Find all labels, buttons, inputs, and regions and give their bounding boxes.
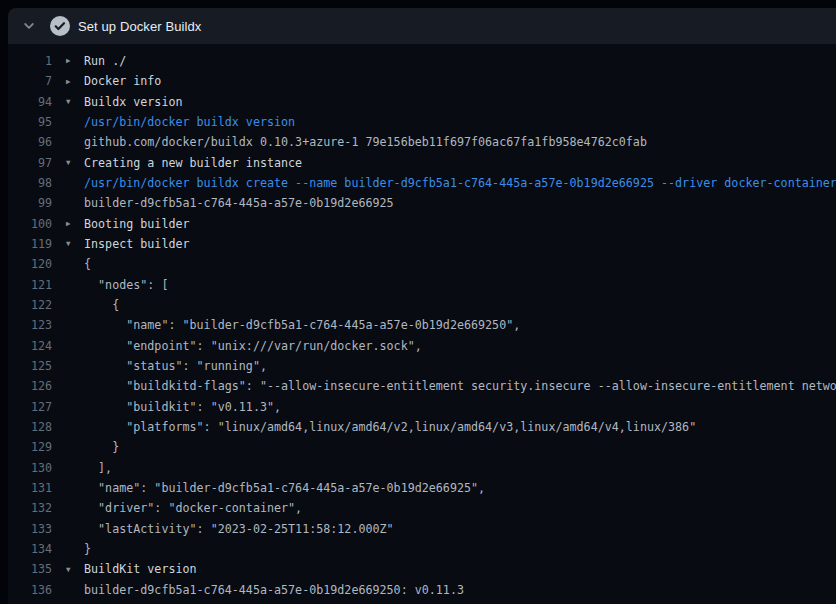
check-circle-icon-svg xyxy=(50,16,70,36)
line-number-link[interactable]: 128 xyxy=(8,420,52,434)
log-line-text[interactable]: Docker info xyxy=(84,74,161,88)
log-line: 97 ▼ Creating a new builder instance xyxy=(8,153,836,173)
chevron-down-icon-svg xyxy=(21,18,37,34)
log-line: 119 ▼ Inspect builder xyxy=(8,234,836,254)
log-line-text: { xyxy=(84,257,91,271)
log-line-text: github.com/docker/buildx 0.10.3+azure-1 … xyxy=(84,135,647,149)
check-circle-icon xyxy=(50,16,70,36)
log-line: 121 "nodes": [ xyxy=(8,275,836,295)
group-expander-collapsed-icon[interactable]: ▶ xyxy=(52,220,84,228)
log-line-text: "buildkit": "v0.11.3", xyxy=(84,400,281,414)
line-number-link[interactable]: 97 xyxy=(8,156,52,170)
line-number-link[interactable]: 123 xyxy=(8,318,52,332)
log-line: 123 "name": "builder-d9cfb5a1-c764-445a-… xyxy=(8,315,836,335)
log-line-text: "lastActivity": "2023-02-25T11:58:12.000… xyxy=(84,522,394,536)
line-number-link[interactable]: 120 xyxy=(8,257,52,271)
line-number-link[interactable]: 130 xyxy=(8,461,52,475)
log-line-text[interactable]: Buildx version xyxy=(84,95,183,109)
log-line: 124 "endpoint": "unix:///var/run/docker.… xyxy=(8,336,836,356)
log-line-text[interactable]: BuildKit version xyxy=(84,562,197,576)
line-number-link[interactable]: 1 xyxy=(8,54,52,68)
group-expander-collapsed-icon[interactable]: ▶ xyxy=(52,78,84,86)
line-number-link[interactable]: 119 xyxy=(8,237,52,251)
line-number-link[interactable]: 135 xyxy=(8,562,52,576)
line-number-link[interactable]: 126 xyxy=(8,379,52,393)
log-line: 125 "status": "running", xyxy=(8,356,836,376)
line-number-link[interactable]: 134 xyxy=(8,542,52,556)
log-line: 96 github.com/docker/buildx 0.10.3+azure… xyxy=(8,132,836,152)
log-line-text: "name": "builder-d9cfb5a1-c764-445a-a57e… xyxy=(84,318,520,332)
line-number-link[interactable]: 98 xyxy=(8,176,52,190)
log-line: 132 "driver": "docker-container", xyxy=(8,498,836,518)
log-line-text: { xyxy=(84,298,119,312)
log-line-text: "name": "builder-d9cfb5a1-c764-445a-a57e… xyxy=(84,481,485,495)
line-number-link[interactable]: 121 xyxy=(8,278,52,292)
log-line: 131 "name": "builder-d9cfb5a1-c764-445a-… xyxy=(8,478,836,498)
step-title: Set up Docker Buildx xyxy=(78,19,201,34)
log-line: 130 ], xyxy=(8,458,836,478)
log-line: 98 /usr/bin/docker buildx create --name … xyxy=(8,173,836,193)
log-line-text[interactable]: Inspect builder xyxy=(84,237,190,251)
log-body: 1 ▶ Run ./ 7 ▶ Docker info 94 ▼ Buildx v… xyxy=(8,44,836,604)
group-expander-expanded-icon[interactable]: ▼ xyxy=(52,566,84,574)
log-line-text: } xyxy=(84,440,119,454)
log-line: 100 ▶ Booting builder xyxy=(8,214,836,234)
log-line: 7 ▶ Docker info xyxy=(8,71,836,91)
log-line: 122 { xyxy=(8,295,836,315)
log-line: 129 } xyxy=(8,437,836,457)
log-line-text: builder-d9cfb5a1-c764-445a-a57e-0b19d2e6… xyxy=(84,196,394,210)
log-line: 128 "platforms": "linux/amd64,linux/amd6… xyxy=(8,417,836,437)
log-line-text[interactable]: Run ./ xyxy=(84,54,126,68)
line-number-link[interactable]: 129 xyxy=(8,440,52,454)
line-number-link[interactable]: 99 xyxy=(8,196,52,210)
line-number-link[interactable]: 127 xyxy=(8,400,52,414)
step-log-panel: Set up Docker Buildx 1 ▶ Run ./ 7 ▶ Dock… xyxy=(8,8,836,604)
log-line: 136 builder-d9cfb5a1-c764-445a-a57e-0b19… xyxy=(8,580,836,600)
log-line: 1 ▶ Run ./ xyxy=(8,51,836,71)
log-line: 135 ▼ BuildKit version xyxy=(8,559,836,579)
group-expander-expanded-icon[interactable]: ▼ xyxy=(52,98,84,106)
log-line-text: "driver": "docker-container", xyxy=(84,501,302,515)
log-line-text: "status": "running", xyxy=(84,359,267,373)
log-line: 134 } xyxy=(8,539,836,559)
log-line: 133 "lastActivity": "2023-02-25T11:58:12… xyxy=(8,519,836,539)
line-number-link[interactable]: 133 xyxy=(8,522,52,536)
log-line-text[interactable]: Creating a new builder instance xyxy=(84,156,302,170)
log-line-text: "platforms": "linux/amd64,linux/amd64/v2… xyxy=(84,420,696,434)
log-line: 127 "buildkit": "v0.11.3", xyxy=(8,397,836,417)
line-number-link[interactable]: 122 xyxy=(8,298,52,312)
log-line-text[interactable]: Booting builder xyxy=(84,217,190,231)
group-expander-expanded-icon[interactable]: ▼ xyxy=(52,159,84,167)
line-number-link[interactable]: 131 xyxy=(8,481,52,495)
line-number-link[interactable]: 96 xyxy=(8,135,52,149)
log-line-text: /usr/bin/docker buildx version xyxy=(84,115,295,129)
log-line: 95 /usr/bin/docker buildx version xyxy=(8,112,836,132)
line-number-link[interactable]: 124 xyxy=(8,339,52,353)
log-line: 120 { xyxy=(8,254,836,274)
step-header[interactable]: Set up Docker Buildx xyxy=(8,8,836,44)
log-line-text: /usr/bin/docker buildx create --name bui… xyxy=(84,176,836,190)
line-number-link[interactable]: 7 xyxy=(8,74,52,88)
line-number-link[interactable]: 95 xyxy=(8,115,52,129)
line-number-link[interactable]: 125 xyxy=(8,359,52,373)
log-line: 126 "buildkitd-flags": "--allow-insecure… xyxy=(8,376,836,396)
log-line: 99 builder-d9cfb5a1-c764-445a-a57e-0b19d… xyxy=(8,193,836,213)
group-expander-expanded-icon[interactable]: ▼ xyxy=(52,240,84,248)
log-line-text: "endpoint": "unix:///var/run/docker.sock… xyxy=(84,339,422,353)
log-line-text: "nodes": [ xyxy=(84,278,168,292)
log-line-text: "buildkitd-flags": "--allow-insecure-ent… xyxy=(84,379,836,393)
line-number-link[interactable]: 94 xyxy=(8,95,52,109)
line-number-link[interactable]: 136 xyxy=(8,583,52,597)
log-line-text: } xyxy=(84,542,91,556)
log-line-text: builder-d9cfb5a1-c764-445a-a57e-0b19d2e6… xyxy=(84,583,464,597)
group-expander-collapsed-icon[interactable]: ▶ xyxy=(52,57,84,65)
log-line: 94 ▼ Buildx version xyxy=(8,92,836,112)
line-number-link[interactable]: 132 xyxy=(8,501,52,515)
log-line-text: ], xyxy=(84,461,112,475)
chevron-down-icon[interactable] xyxy=(16,13,42,39)
line-number-link[interactable]: 100 xyxy=(8,217,52,231)
